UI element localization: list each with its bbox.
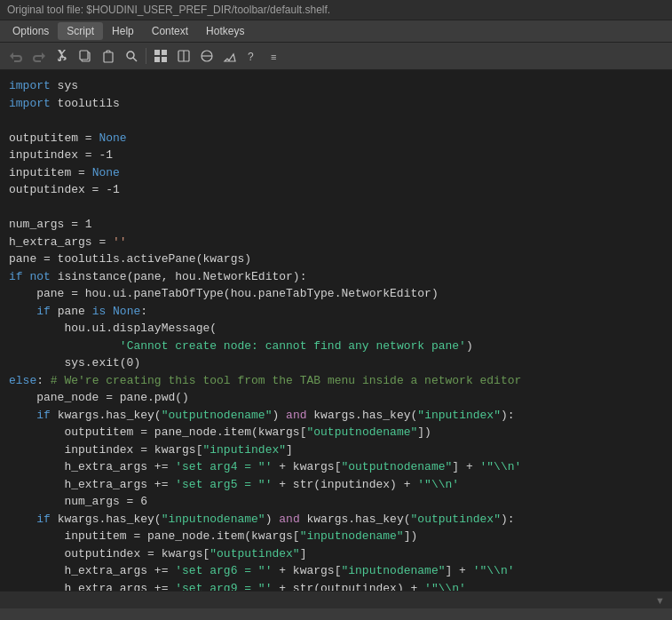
title-bar: Original tool file: $HOUDINI_USER_PREF_D… <box>0 0 672 20</box>
redo-button[interactable] <box>28 45 50 67</box>
find-button[interactable] <box>121 45 142 67</box>
menu-options[interactable]: Options <box>4 22 58 40</box>
svg-rect-6 <box>162 50 167 55</box>
cut-button[interactable] <box>51 45 73 67</box>
status-bar: ▼ <box>0 591 672 608</box>
tool-btn-1[interactable] <box>150 45 171 67</box>
svg-rect-7 <box>154 57 160 62</box>
undo-button[interactable] <box>5 45 27 67</box>
svg-text:?: ? <box>248 51 254 63</box>
menu-help[interactable]: Help <box>103 22 143 40</box>
code-content: import sys import toolutils outputitem =… <box>9 77 663 591</box>
tool-btn-4[interactable] <box>219 45 241 67</box>
menu-context[interactable]: Context <box>143 22 197 40</box>
svg-rect-5 <box>154 50 160 55</box>
paste-button[interactable] <box>98 45 119 67</box>
svg-point-3 <box>127 52 134 59</box>
toolbar: ? ≡ <box>0 43 672 70</box>
svg-rect-8 <box>162 57 167 62</box>
menu-hotkeys[interactable]: Hotkeys <box>197 22 253 40</box>
title-text: Original tool file: $HOUDINI_USER_PREF_D… <box>7 4 330 16</box>
svg-rect-2 <box>104 52 113 62</box>
scroll-indicator: ▼ <box>655 595 665 606</box>
tool-btn-3[interactable] <box>196 45 217 67</box>
menu-bar: Options Script Help Context Hotkeys <box>0 20 672 43</box>
svg-rect-1 <box>80 51 88 60</box>
tool-btn-6[interactable]: ≡ <box>265 45 287 67</box>
tool-btn-5[interactable]: ? <box>242 45 264 67</box>
svg-text:≡: ≡ <box>271 52 276 62</box>
menu-script[interactable]: Script <box>58 22 103 40</box>
copy-button[interactable] <box>75 45 96 67</box>
toolbar-sep1 <box>146 48 146 64</box>
svg-line-4 <box>133 58 137 61</box>
code-editor[interactable]: import sys import toolutils outputitem =… <box>0 70 672 591</box>
tool-btn-2[interactable] <box>173 45 194 67</box>
